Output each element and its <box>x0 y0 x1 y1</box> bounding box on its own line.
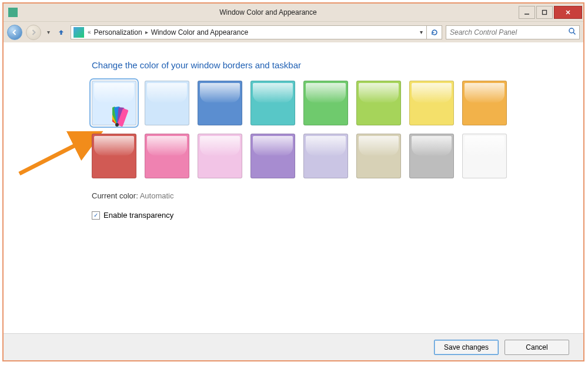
svg-point-13 <box>115 123 119 127</box>
color-swatch-lavender[interactable] <box>303 134 348 178</box>
footer: Save changes Cancel <box>4 333 583 360</box>
svg-point-4 <box>569 28 574 33</box>
color-swatch-automatic[interactable] <box>92 81 136 125</box>
back-button[interactable] <box>7 25 22 40</box>
arrow-left-icon <box>11 29 18 36</box>
address-bar[interactable]: « Personalization ▸ Window Color and App… <box>71 25 442 39</box>
navbar: ▾ « Personalization ▸ Window Color and A… <box>4 21 583 42</box>
location-icon <box>74 27 84 38</box>
color-swatch-sky[interactable] <box>145 81 189 125</box>
color-swatch-grid <box>92 81 515 178</box>
color-swatch-green[interactable] <box>303 81 348 125</box>
color-swatch-teal[interactable] <box>250 81 295 125</box>
breadcrumb-root-chevron[interactable]: « <box>86 29 92 35</box>
color-swatch-red[interactable] <box>92 134 136 178</box>
color-swatch-violet[interactable] <box>250 134 295 178</box>
close-icon <box>565 9 571 15</box>
color-swatch-lime[interactable] <box>356 81 401 125</box>
history-dropdown[interactable]: ▾ <box>45 29 52 35</box>
svg-line-5 <box>573 32 576 35</box>
transparency-checkbox[interactable]: ✓ <box>92 211 100 220</box>
current-color-label: Current color: <box>92 191 138 200</box>
search-icon[interactable] <box>565 27 579 38</box>
chevron-right-icon: ▸ <box>144 29 149 35</box>
refresh-icon <box>430 28 439 36</box>
maximize-button[interactable] <box>536 6 553 19</box>
address-dropdown[interactable]: ▾ <box>416 29 426 35</box>
up-button[interactable] <box>55 26 67 38</box>
svg-rect-12 <box>117 108 129 127</box>
arrow-up-icon <box>57 28 65 36</box>
refresh-button[interactable] <box>426 25 442 39</box>
arrow-right-icon <box>30 29 37 36</box>
forward-button[interactable] <box>26 25 41 40</box>
current-color-row: Current color: Automatic <box>92 191 583 200</box>
svg-rect-10 <box>114 107 123 125</box>
maximize-icon <box>542 9 547 15</box>
color-swatch-magenta[interactable] <box>145 134 189 178</box>
cancel-button[interactable]: Cancel <box>505 340 569 355</box>
color-swatch-gray[interactable] <box>409 134 454 178</box>
transparency-label: Enable transparency <box>103 211 173 220</box>
transparency-row[interactable]: ✓ Enable transparency <box>92 211 583 220</box>
svg-rect-7 <box>112 110 121 125</box>
breadcrumb-item[interactable]: Window Color and Appearance <box>149 28 250 36</box>
svg-rect-11 <box>117 107 125 125</box>
save-button[interactable]: Save changes <box>434 340 499 355</box>
svg-rect-9 <box>112 107 122 125</box>
search-input[interactable] <box>446 28 565 36</box>
color-swatch-taupe[interactable] <box>356 134 401 178</box>
color-swatch-pink[interactable] <box>198 134 242 178</box>
color-swatch-orange[interactable] <box>462 81 507 125</box>
content: Change the color of your window borders … <box>4 42 583 317</box>
page-heading: Change the color of your window borders … <box>92 60 583 70</box>
current-color-value: Automatic <box>140 191 174 200</box>
minimize-icon <box>524 9 530 15</box>
svg-rect-1 <box>543 11 547 15</box>
color-swatch-white[interactable] <box>462 134 507 178</box>
titlebar: Window Color and Appearance <box>4 4 583 21</box>
search-box[interactable] <box>446 25 580 39</box>
color-picker-icon <box>112 105 143 128</box>
close-button[interactable] <box>554 6 582 19</box>
minimize-button[interactable] <box>519 6 535 19</box>
color-swatch-yellow[interactable] <box>409 81 454 125</box>
svg-line-6 <box>19 135 96 174</box>
window-controls <box>519 6 583 19</box>
color-swatch-blue[interactable] <box>198 81 242 125</box>
window-title: Window Color and Appearance <box>18 8 519 16</box>
app-icon <box>8 8 18 17</box>
svg-rect-8 <box>112 108 122 125</box>
breadcrumb-item[interactable]: Personalization <box>92 28 144 36</box>
window: Window Color and Appearance ▾ « <box>2 2 584 361</box>
